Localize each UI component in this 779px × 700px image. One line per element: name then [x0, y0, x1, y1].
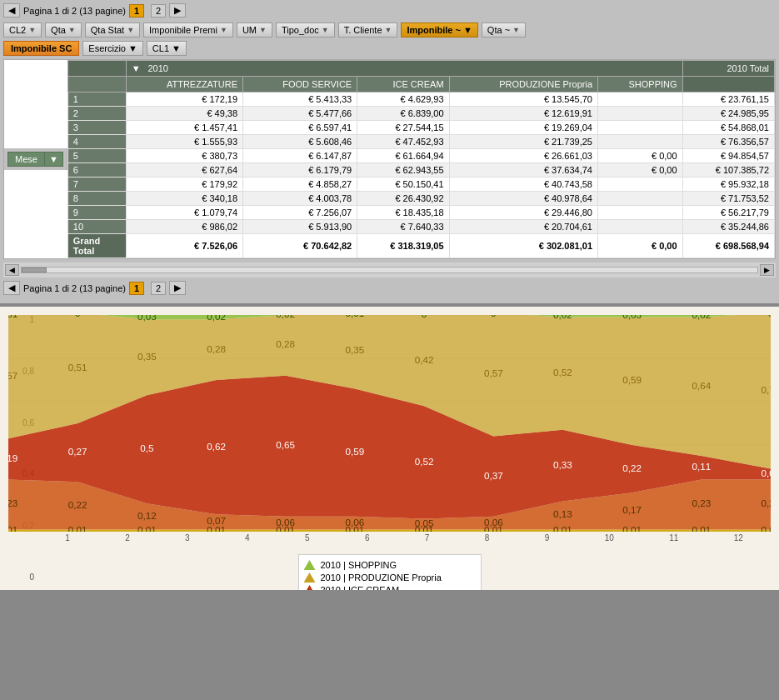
- svg-text:0,23: 0,23: [762, 499, 771, 509]
- chart-container: 1 0,8 0,6 0,4 0,2 0: [8, 315, 771, 582]
- filter-qta-stat[interactable]: Qta Stat▼: [85, 22, 140, 38]
- chart-svg: 0,570,510,350,280,280,350,420,570,520,59…: [8, 315, 771, 532]
- svg-text:0,01: 0,01: [415, 525, 434, 532]
- cell-ice_cream-0: € 4.629,93: [357, 92, 449, 107]
- cell-attrezzature-2: € 1.457,41: [126, 121, 242, 135]
- scroll-thumb[interactable]: [22, 268, 47, 272]
- year-arrow[interactable]: ▼: [132, 63, 141, 73]
- svg-text:0,28: 0,28: [207, 344, 226, 354]
- col-header-shopping: SHOPPING: [598, 77, 683, 92]
- svg-text:0,62: 0,62: [207, 442, 226, 452]
- svg-text:0,72: 0,72: [762, 385, 771, 395]
- page2-btn[interactable]: 2: [151, 4, 166, 18]
- svg-text:0,02: 0,02: [207, 315, 226, 322]
- col-header-month: [67, 77, 126, 92]
- svg-text:0,35: 0,35: [346, 345, 365, 355]
- filter-tipo-doc[interactable]: Tipo_doc▼: [276, 22, 335, 38]
- filter-qta2-arrow: ▼: [512, 26, 520, 34]
- row-label-3: 4: [67, 135, 126, 149]
- filter-qta[interactable]: Qta▼: [45, 22, 82, 38]
- cell-produzione-0: € 13.545,70: [449, 92, 597, 107]
- svg-text:0,22: 0,22: [622, 463, 642, 473]
- cell-food_service-6: € 4.858,27: [243, 178, 357, 192]
- bottom-page2-btn[interactable]: 2: [151, 282, 166, 295]
- cell-ice_cream-7: € 26.430,92: [357, 192, 449, 206]
- svg-text:0,02: 0,02: [553, 315, 572, 320]
- svg-text:0,51: 0,51: [68, 362, 87, 372]
- svg-text:0,03: 0,03: [622, 315, 642, 320]
- prev-page-btn[interactable]: ◀: [3, 3, 20, 18]
- x-label-6: 6: [365, 533, 370, 542]
- cell-shopping-4: € 0,00: [598, 149, 683, 163]
- next-page-btn[interactable]: ▶: [169, 3, 186, 18]
- row-label-4: 5: [67, 149, 126, 163]
- filter-t-cliente[interactable]: T. Cliente▼: [338, 22, 398, 38]
- x-label-1: 1: [65, 533, 70, 542]
- svg-text:0,01: 0,01: [484, 525, 503, 532]
- cell-shopping-8: [598, 206, 683, 220]
- bottom-pagination-bar: ◀ Pagina 1 di 2 (13 pagine) 1 2 ▶: [3, 281, 776, 295]
- legend-icon-ice-cream: [304, 585, 316, 590]
- filter-cl1[interactable]: CL1▼: [147, 41, 187, 56]
- bottom-next-page-btn[interactable]: ▶: [169, 281, 186, 295]
- filter-cl2-arrow: ▼: [28, 26, 36, 34]
- mese-dropdown-arrow[interactable]: ▼: [45, 152, 63, 167]
- row-label-6: 7: [67, 178, 126, 192]
- mese-label: Mese: [7, 152, 45, 167]
- filter-cl2[interactable]: CL2▼: [3, 22, 42, 38]
- filter-esercizio[interactable]: Esercizio▼: [82, 41, 143, 56]
- filter-imponibile[interactable]: Imponibile ~▼: [401, 22, 477, 38]
- page1-btn[interactable]: 1: [129, 4, 144, 18]
- x-label-3: 3: [185, 533, 190, 542]
- col-header-total: [682, 77, 774, 92]
- cell-produzione-3: € 21.739,25: [449, 135, 597, 149]
- x-label-11: 11: [669, 533, 678, 542]
- chart-svg-container: 0,570,510,350,280,280,350,420,570,520,59…: [8, 315, 771, 532]
- scroll-left-btn[interactable]: ◀: [5, 264, 19, 276]
- col-header-empty: [67, 61, 126, 77]
- pivot-area: Mese ▼ ▼ 2010 2010 Total: [3, 59, 776, 259]
- svg-text:0,01: 0,01: [346, 525, 365, 532]
- filter-row-2: Imponibile SC Esercizio▼ CL1▼: [3, 41, 776, 56]
- cell-food_service-7: € 4.003,78: [243, 192, 357, 206]
- row-label-2: 3: [67, 121, 126, 135]
- year-header-2010: ▼ 2010: [126, 61, 682, 77]
- svg-text:0,01: 0,01: [137, 525, 157, 532]
- svg-text:0,03: 0,03: [137, 315, 157, 322]
- svg-text:0,64: 0,64: [692, 381, 711, 391]
- cell-produzione-1: € 12.619,91: [449, 107, 597, 121]
- scroll-track[interactable]: [21, 267, 758, 273]
- legend-item-shopping: 2010 | SHOPPING: [304, 560, 476, 570]
- data-table: ▼ 2010 2010 Total ATTREZZATURE FOOD SERV…: [67, 60, 775, 258]
- cell-shopping-1: [598, 107, 683, 121]
- mese-filter: Mese ▼: [7, 152, 63, 167]
- filter-qta2[interactable]: Qta ~▼: [482, 22, 526, 38]
- filter-um[interactable]: UM▼: [237, 22, 272, 38]
- cell-total-7: € 71.753,52: [682, 192, 774, 206]
- row-label-5: 6: [67, 163, 126, 178]
- row-label-10: Grand Total: [67, 234, 126, 258]
- x-axis: 1 2 3 4 5 6 7 8 9 10 11 12: [37, 533, 771, 542]
- x-label-2: 2: [125, 533, 130, 542]
- filter-esercizio-arrow: ▼: [128, 43, 137, 53]
- y-label-0: 0: [29, 572, 34, 582]
- cell-total-3: € 76.356,57: [682, 135, 774, 149]
- cell-produzione-7: € 40.978,64: [449, 192, 597, 206]
- svg-text:0,11: 0,11: [692, 462, 711, 472]
- legend-label-ice-cream: 2010 | ICE CREAM: [321, 585, 400, 590]
- svg-text:0,01: 0,01: [622, 525, 642, 532]
- legend-label-produzione: 2010 | PRODUZIONE Propria: [321, 572, 442, 582]
- cell-shopping-6: [598, 178, 683, 192]
- legend-icon-shopping: [304, 560, 316, 570]
- cell-ice_cream-6: € 50.150,41: [357, 178, 449, 192]
- scroll-right-btn[interactable]: ▶: [760, 264, 774, 276]
- filter-imponibile-premi[interactable]: Imponibile Premi▼: [143, 22, 233, 38]
- cell-produzione-6: € 40.743,58: [449, 178, 597, 192]
- bottom-page1-btn[interactable]: 1: [129, 282, 144, 295]
- legend-label-shopping: 2010 | SHOPPING: [321, 560, 397, 570]
- bottom-prev-page-btn[interactable]: ◀: [3, 281, 20, 295]
- filter-imponibile-sc[interactable]: Imponibile SC: [3, 41, 79, 56]
- svg-text:0,52: 0,52: [553, 368, 572, 378]
- cell-ice_cream-9: € 7.640,33: [357, 220, 449, 234]
- col-header-2010-total: 2010 Total: [682, 61, 774, 77]
